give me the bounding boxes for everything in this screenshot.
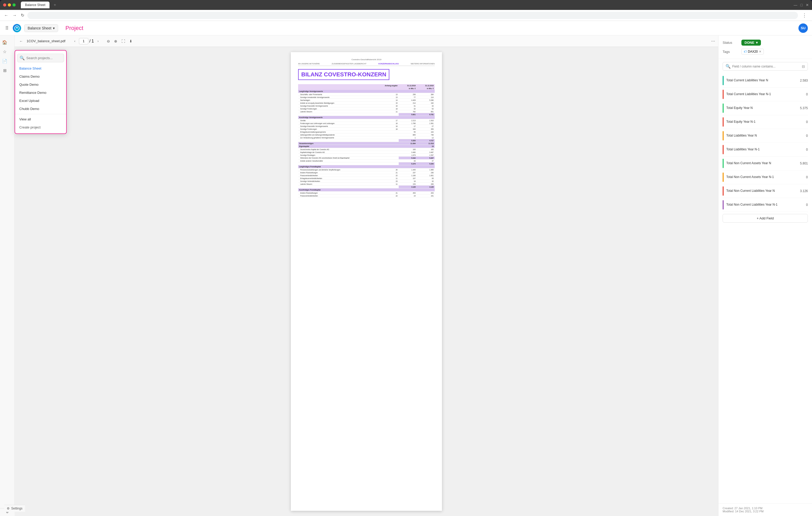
add-field-button[interactable]: + Add Field <box>723 214 808 223</box>
pdf-section-equity: Eigenkapital19 <box>298 145 435 148</box>
dropdown-item-chubb-demo[interactable]: Chubb Demo <box>15 105 66 113</box>
pdf-balance-table: Anhang-angabe 31.12.2018 31.12.2019 in M… <box>298 84 435 197</box>
forward-button[interactable]: → <box>11 12 18 19</box>
right-panel: Status DONE ▾ Tags 🏷 DAX20 <box>718 35 812 516</box>
pdf-zoom-in-button[interactable]: ⊕ <box>113 38 119 44</box>
dropdown-item-excel-upload[interactable]: Excel Upload <box>15 97 66 105</box>
settings-gear-icon: ⚙ <box>7 507 10 510</box>
pdf-nav-tab-4: WEITERE INFORMATIONEN <box>411 63 435 65</box>
dropdown-item-quote-demo[interactable]: Quote Demo <box>15 81 66 89</box>
pdf-col-unit2: in Mio. € <box>417 87 435 90</box>
dropdown-item-remittance-demo[interactable]: Remittance Demo <box>15 89 66 97</box>
content-area: ← 1COV_balance_sheet.pdf ‹ / 1 › ⊖ ⊕ <box>14 35 812 516</box>
tag-label: DAX20 <box>748 50 758 53</box>
pdf-more-button[interactable]: ··· <box>711 38 715 44</box>
field-name: Total Non Current Liabilities Year N-1 <box>726 203 803 207</box>
settings-row[interactable]: ⚙ Settings <box>4 505 25 512</box>
win-restore-icon[interactable]: □ <box>801 3 803 7</box>
close-button[interactable] <box>3 3 6 6</box>
address-bar[interactable] <box>27 12 798 19</box>
field-value: 2.583 <box>800 79 808 82</box>
app-container: ⠿ Balance Sheet ▾ Project SU 🏠 ☆ 📄 <box>0 21 812 516</box>
field-search-input[interactable] <box>732 65 800 68</box>
pdf-nav-tabs: AN UNSERE AKTIONÄRE ZUSAMMENGEFASSTER LA… <box>298 63 435 66</box>
browser-menu-button[interactable]: ⋮ <box>800 11 809 19</box>
field-color-indicator <box>723 76 724 85</box>
field-name: Total Current Liabilities Year N-1 <box>726 92 803 96</box>
pdf-total-pages: 1 <box>91 39 94 44</box>
pdf-col-header-label <box>298 84 373 87</box>
dropdown-search-box[interactable]: 🔍 <box>17 54 64 62</box>
status-chevron-icon: ▾ <box>756 41 758 45</box>
field-total-liabilities-n1: Total Liabilities Year N-1 0 <box>723 143 808 156</box>
field-color-indicator <box>723 104 724 113</box>
field-value: 0 <box>806 148 808 151</box>
back-button[interactable]: ← <box>3 12 9 19</box>
new-tab-button[interactable]: + <box>52 2 58 8</box>
pdf-col-anhang: Anhang-angabe <box>373 84 399 87</box>
field-color-indicator <box>723 90 724 99</box>
metadata: Created: 27 Jan 2021, 1:10 PM Modified: … <box>719 503 812 516</box>
pdf-page-input[interactable] <box>79 38 88 44</box>
field-name: Total Non Current Liabilities Year N <box>726 189 798 193</box>
field-total-equity-n1: Total Equity Year N-1 0 <box>723 115 808 129</box>
project-search-input[interactable] <box>26 56 70 60</box>
tag-dax20: 🏷 DAX20 ✕ <box>742 49 764 55</box>
browser-tab[interactable]: Balance Sheet <box>21 2 50 8</box>
pdf-col-unit1: in Mio. € <box>399 87 417 90</box>
dropdown-item-claims-demo[interactable]: Claims Demo <box>15 73 66 81</box>
field-name: Total Liabilities Year N-1 <box>726 147 803 152</box>
pdf-download-button[interactable]: ⬇ <box>128 38 134 44</box>
field-value: 0 <box>806 92 808 96</box>
pdf-next-page-button[interactable]: › <box>95 38 101 44</box>
win-minimize-icon[interactable]: — <box>794 3 798 7</box>
pdf-fit-button[interactable]: ⛶ <box>120 38 127 44</box>
pdf-toolbar: ← 1COV_balance_sheet.pdf ‹ / 1 › ⊖ ⊕ <box>14 35 718 47</box>
field-search-box[interactable]: 🔍 ⊟ <box>723 62 808 70</box>
win-close-icon[interactable]: ✕ <box>806 3 809 7</box>
project-selector-label: Balance Sheet <box>28 26 51 30</box>
hamburger-menu-button[interactable]: ⠿ <box>4 24 10 32</box>
create-project-button[interactable]: Create project <box>15 123 66 131</box>
field-color-indicator <box>723 200 724 209</box>
pdf-gesamtvermoegen-row: Gesamtvermögen 11.084 11.518 <box>298 142 435 145</box>
field-name: Total Equity Year N-1 <box>726 120 803 124</box>
pdf-nav-tab-1: AN UNSERE AKTIONÄRE <box>298 63 320 65</box>
sidebar-item-grid[interactable]: ⊞ <box>0 66 9 75</box>
chevron-down-icon: ▾ <box>53 26 55 30</box>
dropdown-item-balance-sheet[interactable]: Balance Sheet <box>15 64 66 73</box>
pdf-section-long-liabilities: Langfristiges Fremdkapital <box>298 165 435 168</box>
sidebar-item-home[interactable]: 🏠 <box>0 37 9 47</box>
pdf-zoom-out-button[interactable]: ⊖ <box>105 38 112 44</box>
field-color-indicator <box>723 117 724 127</box>
view-all-button[interactable]: View all <box>15 115 66 123</box>
maximize-button[interactable] <box>12 3 16 6</box>
status-value: DONE <box>745 41 754 45</box>
status-badge[interactable]: DONE ▾ <box>742 39 761 46</box>
sidebar-item-doc[interactable]: 📄 <box>0 56 9 66</box>
project-dropdown: 🔍 Balance Sheet Claims Demo Quote Demo R… <box>14 50 67 134</box>
tag-remove-button[interactable]: ✕ <box>759 50 761 53</box>
right-panel-header: Status DONE ▾ Tags 🏷 DAX20 <box>719 35 812 59</box>
field-name: Total Current Liabilities Year N <box>726 79 798 83</box>
tags-row: Tags 🏷 DAX20 ✕ <box>723 49 808 55</box>
pdf-company-header: Covestro-Geschäftsbericht 2019 <box>298 58 435 61</box>
project-selector[interactable]: Balance Sheet ▾ <box>24 24 58 32</box>
pdf-prev-page-button[interactable]: ‹ <box>72 38 78 44</box>
window-controls: — □ ✕ <box>794 3 809 7</box>
app-logo <box>13 24 21 32</box>
field-color-indicator <box>723 159 724 168</box>
pdf-col-date2: 31.12.2019 <box>417 84 435 87</box>
browser-window-controls <box>3 3 16 6</box>
avatar[interactable]: SU <box>799 24 808 33</box>
refresh-button[interactable]: ↻ <box>20 12 25 19</box>
browser-title-bar: Balance Sheet + — □ ✕ <box>0 0 812 10</box>
pdf-back-button[interactable]: ← <box>18 38 25 44</box>
minimize-button[interactable] <box>8 3 11 6</box>
sidebar-item-star[interactable]: ☆ <box>0 47 9 56</box>
field-filter-button[interactable]: ⊟ <box>802 64 805 68</box>
field-total-non-current-assets-n: Total Non Current Assets Year N 5.801 <box>723 156 808 170</box>
app-body: 🏠 ☆ 📄 ⊞ « 🔍 Balance Sheet Claims Demo Qu… <box>0 35 812 516</box>
tag-icon: 🏷 <box>744 50 747 53</box>
pdf-viewer[interactable]: Covestro-Geschäftsbericht 2019 AN UNSERE… <box>14 47 718 516</box>
